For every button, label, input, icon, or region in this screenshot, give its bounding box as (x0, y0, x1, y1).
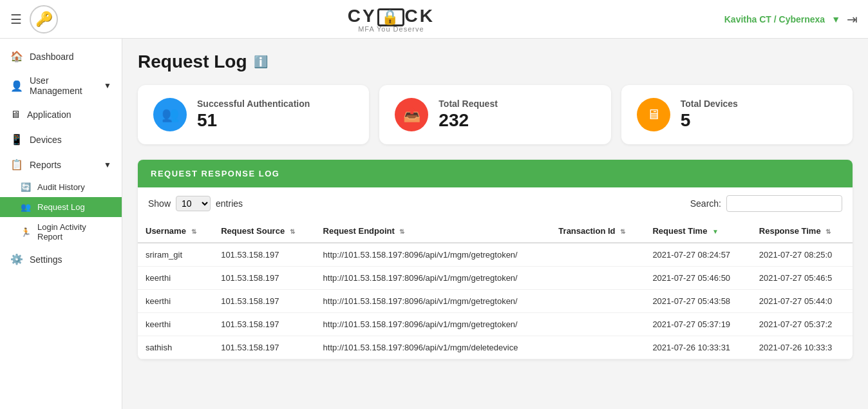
request-log-icon: 👥 (21, 202, 31, 212)
cell-request-time: 2021-07-27 08:24:57 (645, 243, 751, 267)
header-left: ☰ 🔑 (10, 5, 58, 33)
user-management-icon: 👤 (10, 80, 23, 92)
cell-response-time: 2021-07-27 08:25:0 (751, 243, 853, 267)
cell-username: keerthi (138, 290, 213, 313)
entries-label: entries (216, 198, 243, 209)
cell-transaction-id (551, 243, 645, 267)
table-row: sriram_git 101.53.158.197 http://101.53.… (138, 243, 853, 267)
cell-request-time: 2021-07-27 05:43:58 (645, 290, 751, 313)
info-icon[interactable]: ℹ️ (254, 55, 268, 69)
stat-info: Successful Authentication 51 (197, 99, 310, 131)
layout: 🏠 Dashboard 👤 User Management ▼ 🖥 Applic… (0, 39, 868, 409)
stat-info: Total Devices 5 (681, 99, 738, 131)
stat-info: Total Request 232 (439, 99, 498, 131)
audit-history-icon: 🔄 (21, 182, 31, 192)
table-header-row: Username ⇅ Request Source ⇅ Request Endp… (138, 220, 853, 243)
brand-sub: MFA You Deserve (348, 25, 435, 33)
total-devices-icon: 🖥 (637, 98, 670, 131)
table-row: keerthi 101.53.158.197 http://101.53.158… (138, 290, 853, 313)
table-row: keerthi 101.53.158.197 http://101.53.158… (138, 313, 853, 336)
table-body: sriram_git 101.53.158.197 http://101.53.… (138, 243, 853, 359)
cell-transaction-id (551, 267, 645, 290)
sort-icon[interactable]: ⇅ (620, 228, 625, 235)
sidebar-item-audit-history[interactable]: 🔄 Audit History (0, 177, 122, 197)
sidebar: 🏠 Dashboard 👤 User Management ▼ 🖥 Applic… (0, 39, 122, 409)
chevron-down-icon: ▼ (104, 160, 111, 169)
col-transaction-id: Transaction Id ⇅ (551, 220, 645, 243)
cell-endpoint: http://101.53.158.197:8096/api/v1/mgm/ge… (316, 243, 551, 267)
stat-label: Successful Authentication (197, 99, 310, 109)
sidebar-item-label: Request Log (37, 202, 85, 212)
cell-response-time: 2021-07-27 05:37:2 (751, 313, 853, 336)
chevron-down-icon: ▼ (831, 14, 840, 24)
sidebar-item-label: Application (27, 109, 71, 120)
col-request-endpoint: Request Endpoint ⇅ (316, 220, 551, 243)
entries-select[interactable]: 10 25 50 100 (176, 196, 211, 211)
stat-value: 232 (439, 110, 498, 131)
cell-transaction-id (551, 336, 645, 359)
cell-source: 101.53.158.197 (213, 290, 315, 313)
cell-endpoint: http://101.53.158.197:8096/api/v1/mgm/ge… (316, 267, 551, 290)
col-request-source: Request Source ⇅ (213, 220, 315, 243)
sidebar-item-request-log[interactable]: 👥 Request Log (0, 197, 122, 217)
main-content: Request Log ℹ️ 👥 Successful Authenticati… (122, 39, 868, 409)
cell-source: 101.53.158.197 (213, 267, 315, 290)
page-title: Request Log (138, 52, 247, 72)
search-input[interactable] (726, 195, 842, 212)
request-log-table: Username ⇅ Request Source ⇅ Request Endp… (138, 220, 853, 359)
logout-icon[interactable]: ⇥ (847, 12, 858, 27)
col-response-time: Response Time ⇅ (751, 220, 853, 243)
reports-icon: 📋 (10, 158, 23, 171)
sidebar-item-reports[interactable]: 📋 Reports ▼ (0, 152, 122, 177)
cell-endpoint: http://101.53.158.197:8096/api/v1/mgm/de… (316, 336, 551, 359)
cell-username: keerthi (138, 313, 213, 336)
stat-value: 51 (197, 110, 310, 131)
search-label: Search: (690, 198, 721, 209)
col-username: Username ⇅ (138, 220, 213, 243)
sort-icon[interactable]: ⇅ (826, 228, 831, 235)
stat-card-total-request: 📤 Total Request 232 (379, 85, 610, 144)
cell-response-time: 2021-07-27 05:44:0 (751, 290, 853, 313)
stat-label: Total Request (439, 99, 498, 109)
table-row: sathish 101.53.158.197 http://101.53.158… (138, 336, 853, 359)
sidebar-item-label: Login Activity Report (37, 222, 111, 242)
cell-transaction-id (551, 290, 645, 313)
table-header-bar: REQUEST RESPONSE LOG (138, 160, 853, 187)
dashboard-icon: 🏠 (10, 50, 23, 62)
cell-endpoint: http://101.53.158.197:8096/api/v1/mgm/ge… (316, 313, 551, 336)
sort-icon[interactable]: ▼ (712, 228, 719, 235)
stat-cards: 👥 Successful Authentication 51 📤 Total R… (138, 85, 853, 144)
sidebar-item-login-activity[interactable]: 🏃 Login Activity Report (0, 217, 122, 247)
login-activity-icon: 🏃 (21, 227, 31, 237)
show-entries: Show 10 25 50 100 entries (148, 196, 243, 211)
table-scroll: Username ⇅ Request Source ⇅ Request Endp… (138, 220, 853, 359)
cell-transaction-id (551, 313, 645, 336)
page-title-row: Request Log ℹ️ (138, 52, 853, 72)
stat-label: Total Devices (681, 99, 738, 109)
stat-card-successful-auth: 👥 Successful Authentication 51 (138, 85, 369, 144)
stat-value: 5 (681, 110, 738, 131)
settings-icon: ⚙️ (10, 253, 23, 265)
successful-auth-icon: 👥 (153, 98, 187, 131)
cell-username: keerthi (138, 267, 213, 290)
sort-icon[interactable]: ⇅ (191, 228, 196, 235)
table-row: keerthi 101.53.158.197 http://101.53.158… (138, 267, 853, 290)
table-section-title: REQUEST RESPONSE LOG (151, 169, 279, 178)
sidebar-item-settings[interactable]: ⚙️ Settings (0, 247, 122, 272)
logo-icon: 🔑 (30, 5, 58, 33)
sidebar-item-user-management[interactable]: 👤 User Management ▼ (0, 69, 122, 102)
sidebar-item-devices[interactable]: 📱 Devices (0, 127, 122, 152)
search-row: Search: (690, 195, 842, 212)
cell-request-time: 2021-07-27 05:37:19 (645, 313, 751, 336)
devices-icon: 📱 (10, 133, 23, 146)
user-info[interactable]: Kavitha CT / Cybernexa (724, 14, 825, 24)
sort-icon[interactable]: ⇅ (290, 228, 295, 235)
show-label: Show (148, 198, 171, 209)
hamburger-icon[interactable]: ☰ (10, 12, 22, 27)
cell-source: 101.53.158.197 (213, 243, 315, 267)
cell-response-time: 2021-07-27 05:46:5 (751, 267, 853, 290)
sort-icon[interactable]: ⇅ (399, 228, 404, 235)
cell-request-time: 2021-07-27 05:46:50 (645, 267, 751, 290)
sidebar-item-application[interactable]: 🖥 Application (0, 102, 122, 127)
sidebar-item-dashboard[interactable]: 🏠 Dashboard (0, 44, 122, 69)
